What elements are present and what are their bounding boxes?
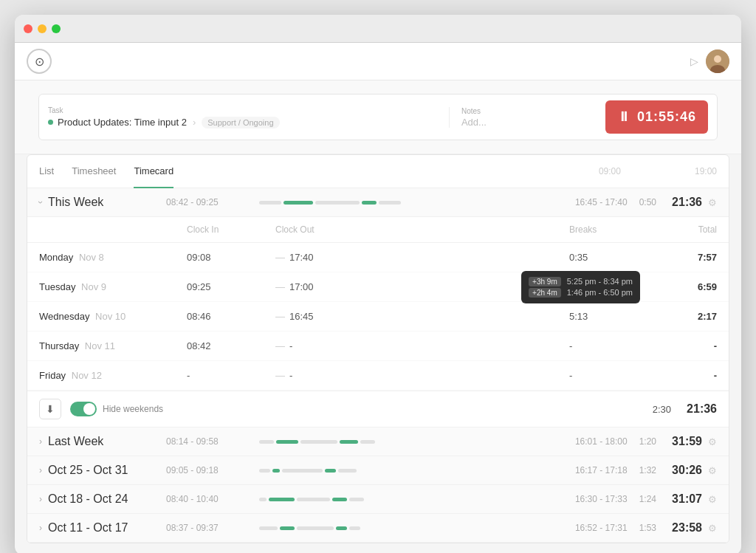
last-week-settings-icon[interactable]: ⚙ xyxy=(708,436,717,447)
oct11-17-section[interactable]: › Oct 11 - Oct 17 08:37 - 09:37 16:52 - … xyxy=(27,514,729,543)
last-week-section[interactable]: › Last Week 08:14 - 09:58 16:01 - 18:00 … xyxy=(27,427,729,456)
tab-list[interactable]: List xyxy=(39,155,54,188)
task-info: Task Product Updates: Time input 2 › Sup… xyxy=(48,106,449,128)
oct25-31-section[interactable]: › Oct 25 - Oct 31 09:05 - 09:18 16:17 - … xyxy=(27,456,729,485)
last-week-breaks: 1:20 xyxy=(639,436,656,447)
oct18-24-right-time: 16:30 - 17:33 xyxy=(561,494,628,504)
wednesday-breaks: 5:13 xyxy=(569,311,658,322)
hide-weekends-toggle[interactable] xyxy=(70,402,97,416)
col-clock-out: Clock Out xyxy=(275,224,364,235)
tuesday-total: 6:59 xyxy=(658,281,717,292)
last-week-title: Last Week xyxy=(48,435,137,448)
pause-icon: ⏸ xyxy=(617,109,631,125)
oct18-24-settings-icon[interactable]: ⚙ xyxy=(708,494,717,505)
task-status-dot xyxy=(48,120,53,125)
download-button[interactable]: ⬇ xyxy=(39,399,61,419)
oct18-24-time-range: 08:40 - 10:40 xyxy=(166,494,247,504)
this-week-title: This Week xyxy=(48,196,137,209)
oct11-17-settings-icon[interactable]: ⚙ xyxy=(708,523,717,534)
app-window: ⊙ ▷ Task Product Updates: Time input 2 ›… xyxy=(15,15,741,553)
oct18-24-chevron: › xyxy=(39,494,42,504)
day-friday: Friday Nov 12 xyxy=(39,370,187,381)
timer-display: 01:55:46 xyxy=(637,109,696,125)
day-thursday: Thursday Nov 11 xyxy=(39,340,187,351)
task-bar: Task Product Updates: Time input 2 › Sup… xyxy=(38,94,718,140)
oct18-24-title: Oct 18 - Oct 24 xyxy=(48,492,137,506)
col-bar xyxy=(364,224,569,235)
bar-1 xyxy=(259,469,270,473)
timer-button[interactable]: ⏸ 01:55:46 xyxy=(605,100,708,134)
app-header: ⊙ ▷ xyxy=(15,43,741,80)
col-total: Total xyxy=(658,224,717,235)
monday-total: 7:57 xyxy=(658,252,717,263)
wednesday-total: 2:17 xyxy=(658,311,717,322)
oct18-24-breaks: 1:24 xyxy=(639,494,656,504)
task-label: Task xyxy=(48,106,449,114)
bar-1 xyxy=(259,498,267,501)
timeline-start: 09:00 xyxy=(599,166,621,176)
window-controls xyxy=(24,24,61,33)
header-right: ▷ xyxy=(690,49,729,73)
oct18-24-section[interactable]: › Oct 18 - Oct 24 08:40 - 10:40 16:30 - … xyxy=(27,485,729,514)
last-week-right-time: 16:01 - 18:00 xyxy=(561,436,628,447)
bar-3 xyxy=(297,498,330,501)
table-row: Tuesday Nov 9 09:25 — 17:00 +3h 9m 5:25 … xyxy=(27,272,729,302)
notes-add[interactable]: Add... xyxy=(461,117,585,128)
bar-segment-4 xyxy=(362,201,377,205)
notes-label: Notes xyxy=(461,107,585,115)
bar-4 xyxy=(336,526,347,530)
this-week-section[interactable]: › This Week 08:42 - 09:25 16:45 - 17:40 … xyxy=(27,188,729,217)
bar-4 xyxy=(332,498,347,501)
oct25-31-settings-icon[interactable]: ⚙ xyxy=(708,465,717,476)
table-header: Clock In Clock Out Breaks Total xyxy=(27,217,729,243)
tooltip-row-2: +2h 4m 1:46 pm - 6:50 pm xyxy=(529,288,633,298)
svg-point-1 xyxy=(714,55,721,63)
table-row: Friday Nov 12 - — - - - xyxy=(27,361,729,391)
bar-1 xyxy=(259,526,278,530)
day-wednesday: Wednesday Nov 10 xyxy=(39,311,187,322)
bar-2 xyxy=(276,440,298,444)
footer-total: 21:36 xyxy=(680,402,717,416)
bar-segment-1 xyxy=(259,201,281,205)
friday-breaks: - xyxy=(569,370,658,381)
minimize-button[interactable] xyxy=(38,24,47,33)
bar-3 xyxy=(300,440,337,444)
close-button[interactable] xyxy=(24,24,32,33)
task-name-text: Product Updates: Time input 2 xyxy=(58,117,187,128)
day-tuesday: Tuesday Nov 9 xyxy=(39,281,187,292)
day-monday: Monday Nov 8 xyxy=(39,252,187,263)
this-week-total: 21:36 xyxy=(665,196,702,209)
this-week-bar xyxy=(259,200,549,205)
bar-3 xyxy=(282,469,323,473)
oct11-17-title: Oct 11 - Oct 17 xyxy=(48,521,137,535)
bar-segment-3 xyxy=(315,201,360,205)
last-week-time-range: 08:14 - 09:58 xyxy=(166,436,247,447)
tab-timesheet[interactable]: Timesheet xyxy=(72,155,116,188)
oct25-31-chevron: › xyxy=(39,465,42,475)
oct25-31-right-time: 16:17 - 17:18 xyxy=(561,465,628,475)
play-icon[interactable]: ▷ xyxy=(690,55,698,67)
oct11-17-chevron: › xyxy=(39,523,42,533)
oct25-31-title: Oct 25 - Oct 31 xyxy=(48,464,137,477)
bar-5 xyxy=(349,498,364,501)
toggle-label: Hide weekends xyxy=(103,404,163,414)
thursday-clock-in: 08:42 xyxy=(187,340,275,351)
bar-4 xyxy=(325,469,336,473)
tooltip-badge-1: +3h 9m xyxy=(529,277,561,286)
last-week-total: 31:59 xyxy=(665,435,702,448)
tab-timecard[interactable]: Timecard xyxy=(134,155,173,188)
bar-5 xyxy=(349,526,360,530)
tuesday-clock-out: — 17:00 xyxy=(275,281,364,292)
avatar[interactable] xyxy=(706,49,729,73)
task-breadcrumb: Support / Ongoing xyxy=(202,117,279,128)
oct11-17-total: 23:58 xyxy=(665,521,702,535)
maximize-button[interactable] xyxy=(52,24,61,33)
col-clock-in: Clock In xyxy=(187,224,275,235)
this-week-settings-icon[interactable]: ⚙ xyxy=(708,197,717,208)
table-row: Thursday Nov 11 08:42 — - - - xyxy=(27,332,729,361)
friday-total: - xyxy=(658,370,717,381)
oct25-31-breaks: 1:32 xyxy=(639,465,656,475)
wednesday-clock-out: — 16:45 xyxy=(275,311,364,322)
toggle-container[interactable]: Hide weekends xyxy=(70,402,163,416)
this-week-chevron: › xyxy=(35,201,46,204)
